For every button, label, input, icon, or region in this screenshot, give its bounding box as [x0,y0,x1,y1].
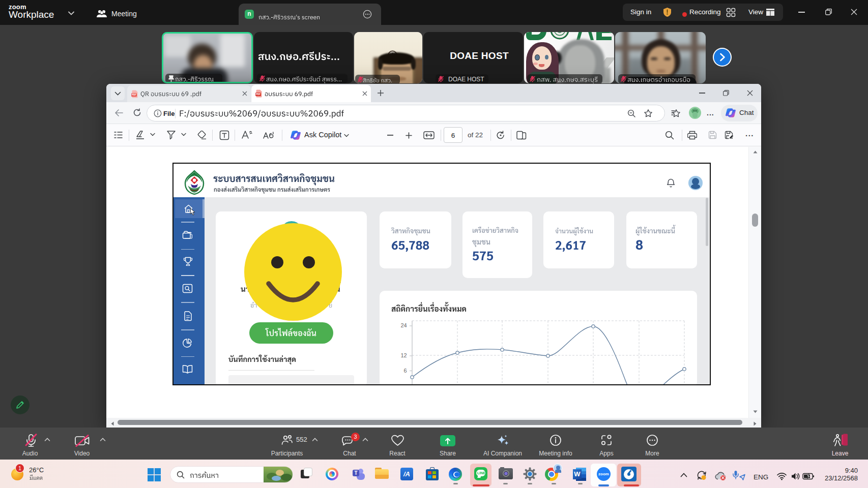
svg-text:PDF: PDF [256,93,261,96]
svg-text:PDF: PDF [132,94,136,96]
